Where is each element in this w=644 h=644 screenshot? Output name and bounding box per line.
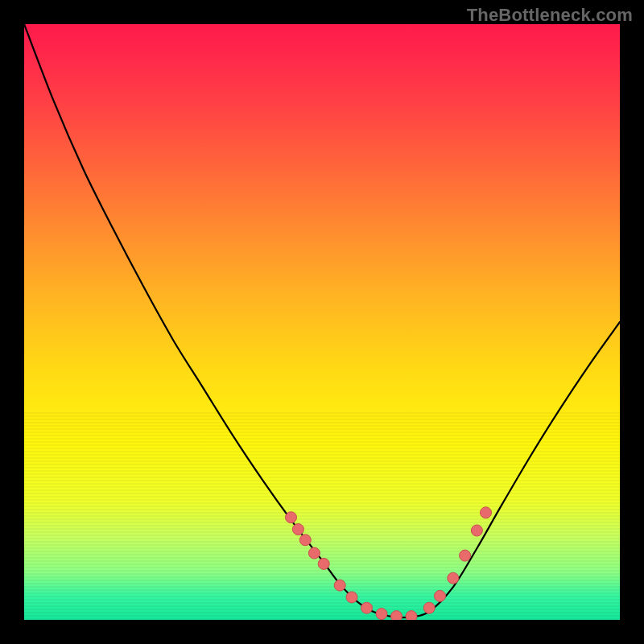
curve-marker <box>391 611 402 620</box>
watermark-label: TheBottleneck.com <box>467 5 633 26</box>
curve-marker <box>423 602 435 613</box>
plot-area <box>24 24 620 620</box>
chart-frame: TheBottleneck.com <box>0 0 644 644</box>
curve-marker <box>406 611 417 620</box>
chart-svg <box>24 24 620 620</box>
curve-marker <box>318 558 329 569</box>
curve-marker <box>299 535 311 546</box>
curve-marker <box>286 512 297 523</box>
curve-marker <box>292 524 303 535</box>
curve-marker <box>334 580 345 591</box>
curve-markers-group <box>286 507 492 620</box>
curve-marker <box>481 507 492 518</box>
curve-marker <box>460 550 471 561</box>
curve-marker <box>471 525 482 536</box>
curve-marker <box>448 572 459 584</box>
bottleneck-curve-line <box>24 24 620 617</box>
curve-marker <box>435 590 446 601</box>
curve-marker <box>376 609 387 620</box>
curve-marker <box>361 602 373 613</box>
curve-marker <box>346 592 357 603</box>
curve-marker <box>308 547 320 559</box>
